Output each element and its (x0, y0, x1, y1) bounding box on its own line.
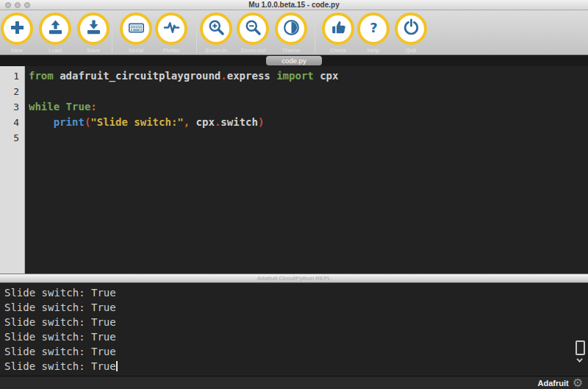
traffic-lights (5, 2, 30, 8)
arrow-down-tray-icon (84, 18, 104, 40)
code-token: ) (258, 116, 264, 128)
code-line: from adafruit_circuitplayground.express … (29, 68, 588, 84)
load-button[interactable] (39, 13, 71, 45)
code-token: : (90, 101, 96, 113)
code-token: while (29, 101, 60, 113)
line-number: 4 (0, 115, 19, 130)
code-line (29, 84, 588, 99)
code-token: . (220, 70, 226, 82)
code-token: cpx (190, 116, 215, 128)
code-area[interactable]: from adafruit_circuitplayground.express … (25, 66, 588, 274)
console-line: Slide switch: True (4, 315, 588, 329)
minimize-button[interactable] (15, 2, 21, 8)
arrow-up-tray-icon (46, 18, 65, 40)
thumbs-up-icon (329, 18, 348, 40)
code-token (29, 116, 54, 128)
load-button-label: Load (33, 47, 77, 54)
code-token: , (184, 116, 190, 128)
magnifier-minus-icon (243, 18, 263, 40)
status-bar: Adafruit ⚙ (0, 376, 588, 389)
tab-code-py[interactable]: code.py (266, 56, 322, 65)
toolbar-separator (112, 12, 112, 53)
svg-text:?: ? (370, 20, 377, 35)
code-token: from (29, 70, 54, 82)
pulse-icon (162, 18, 182, 40)
toolbar: NewLoadSaveSerialPlotterZoom-inZoom-outT… (0, 10, 588, 55)
chevron-down-icon (576, 356, 582, 362)
code-line (29, 130, 588, 146)
save-button[interactable] (77, 13, 110, 45)
code-token: import (276, 70, 314, 82)
toolbar-separator (196, 12, 197, 53)
gear-icon[interactable]: ⚙ (573, 377, 583, 389)
tab-bar: code.py (0, 55, 588, 66)
line-number: 2 (0, 84, 19, 99)
power-icon (401, 18, 421, 40)
console-line: Slide switch: True (4, 329, 588, 344)
close-button[interactable] (5, 2, 11, 8)
splitter-label: Adafruit CircuitPython REPL (257, 275, 331, 282)
quit-button-label: Quit (389, 47, 433, 54)
code-token (270, 70, 276, 82)
zoom-in-button[interactable] (200, 13, 232, 45)
theme-button-label: Theme (269, 47, 313, 54)
zoom-out-button-label: Zoom-out (231, 47, 275, 54)
mode-label[interactable]: Adafruit (537, 379, 568, 388)
scrollbar-down-arrow[interactable] (576, 357, 585, 364)
zoom-out-button[interactable] (237, 13, 269, 45)
console-line: Slide switch: True (4, 359, 588, 374)
toolbar-separator (315, 12, 315, 53)
line-number: 5 (0, 130, 19, 146)
save-button-label: Save (71, 47, 115, 54)
mu-window: Mu 1.0.0.beta.15 - code.py NewLoadSaveSe… (0, 0, 588, 389)
pane-splitter[interactable]: Adafruit CircuitPython REPL (0, 274, 588, 283)
check-button[interactable] (322, 13, 354, 45)
titlebar: Mu 1.0.0.beta.15 - code.py (0, 0, 588, 10)
new-button[interactable] (1, 13, 33, 45)
console-line: Slide switch: True (4, 285, 588, 300)
code-line: print("Slide switch:", cpx.switch) (29, 115, 588, 130)
plotter-button[interactable] (155, 13, 187, 45)
code-token: "Slide switch:" (90, 116, 183, 128)
code-line: while True: (29, 99, 588, 115)
line-number: 1 (0, 68, 19, 84)
question-icon: ? (364, 18, 384, 40)
console-scrollbar[interactable] (576, 340, 586, 364)
line-number: 3 (0, 99, 19, 115)
code-editor: 12345 from adafruit_circuitplayground.ex… (0, 66, 588, 274)
text-cursor (116, 361, 118, 371)
code-token: adafruit_circuitplayground (54, 70, 221, 82)
code-token: True (66, 101, 91, 113)
serial-console[interactable]: Slide switch: TrueSlide switch: TrueSlid… (0, 283, 588, 376)
magnifier-plus-icon (207, 18, 226, 40)
zoom-button[interactable] (24, 2, 30, 8)
quit-button[interactable] (395, 13, 427, 45)
code-token: cpx (314, 70, 339, 82)
code-token (60, 101, 65, 113)
console-line: Slide switch: True (4, 300, 588, 315)
line-number-gutter: 12345 (0, 66, 25, 274)
help-button[interactable]: ? (357, 13, 390, 45)
code-token: express (227, 70, 270, 82)
keyboard-icon (126, 18, 146, 40)
code-token: print (54, 116, 85, 128)
window-title: Mu 1.0.0.beta.15 - code.py (0, 0, 588, 10)
theme-button[interactable] (275, 13, 307, 45)
console-line: Slide switch: True (4, 344, 588, 359)
contrast-icon (282, 18, 301, 40)
scrollbar-thumb[interactable] (576, 340, 585, 355)
plotter-button-label: Plotter (149, 47, 193, 54)
serial-button[interactable] (120, 13, 152, 45)
plus-icon (7, 18, 27, 40)
code-token: switch (220, 116, 258, 128)
